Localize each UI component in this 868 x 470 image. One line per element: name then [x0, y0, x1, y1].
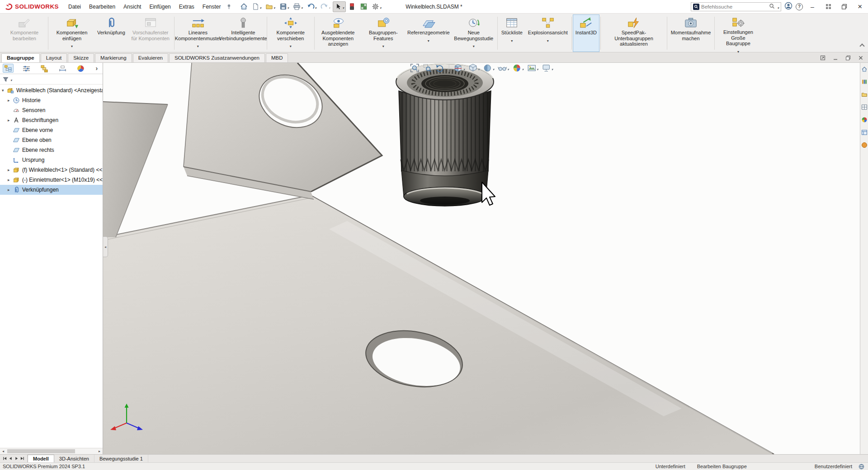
rebuild-button[interactable] — [346, 1, 358, 12]
view-orientation-button[interactable] — [468, 63, 480, 73]
chevron-down-icon[interactable] — [273, 3, 275, 11]
view-palette-icon[interactable] — [861, 104, 868, 112]
tab-propertymanager[interactable] — [21, 64, 32, 73]
scrollbar-track[interactable] — [6, 448, 96, 454]
tree-item-winkelblech-root[interactable]: Winkelblech (Standard) <Anzeigestatu — [0, 85, 103, 95]
apply-scene-button[interactable] — [527, 63, 538, 73]
ribbon-item-exploded-view[interactable]: Explosionsansicht — [525, 14, 571, 52]
menu-fenster[interactable]: Fenster — [198, 1, 225, 12]
design-library-icon[interactable] — [861, 79, 868, 87]
tab-featuremanager[interactable] — [3, 64, 14, 73]
appearances-scenes-icon[interactable] — [861, 117, 868, 125]
home-button[interactable] — [238, 1, 250, 12]
tree-horizontal-scrollbar[interactable] — [0, 448, 103, 454]
tab-3d-ansichten[interactable]: 3D-Ansichten — [54, 455, 94, 462]
ribbon-item-smart-fasteners[interactable]: Intelligente Verbindungselemente — [221, 14, 266, 52]
tab-zusatzanwendungen[interactable]: SOLIDWORKS Zusatzanwendungen — [169, 53, 265, 62]
doc-close-icon[interactable] — [858, 55, 863, 61]
chevron-down-icon[interactable] — [315, 3, 317, 11]
tab-modell[interactable]: Modell — [28, 455, 54, 462]
edit-appearance-button[interactable] — [512, 63, 524, 73]
chevron-down-icon[interactable] — [290, 41, 292, 49]
tab-bewegungsstudie-1[interactable]: Bewegungsstudie 1 — [94, 455, 148, 462]
doc-float-icon[interactable] — [820, 55, 826, 61]
file-explorer-icon[interactable] — [861, 91, 868, 99]
collapse-ribbon-icon[interactable] — [860, 43, 864, 47]
tab-dimxpertmanager[interactable] — [57, 64, 68, 73]
expand-arrow-icon[interactable] — [8, 98, 13, 103]
zoom-fit-button[interactable] — [410, 63, 420, 73]
redo-button[interactable] — [319, 1, 332, 12]
tree-item-einnietmutter[interactable]: (-) Einnietmutter<1> (M10x19) << — [0, 175, 103, 185]
tree-item-verknuepfungen[interactable]: Verknüpfungen — [0, 185, 103, 195]
tab-skizze[interactable]: Skizze — [68, 53, 94, 62]
chevron-down-icon[interactable] — [259, 3, 262, 11]
expand-arrow-icon[interactable] — [8, 168, 13, 172]
next-tab-icon[interactable] — [14, 456, 19, 461]
expand-arrow-icon[interactable] — [8, 188, 13, 192]
minimize-button[interactable] — [806, 1, 819, 12]
tree-item-winkelblech-part[interactable]: (f) Winkelblech<1> (Standard) << — [0, 165, 103, 175]
custom-properties-icon[interactable] — [861, 129, 868, 137]
view-settings-button[interactable] — [542, 63, 553, 73]
command-search[interactable] — [691, 2, 781, 11]
save-button[interactable] — [278, 1, 291, 12]
ribbon-item-instant3d[interactable]: Instant3D — [573, 14, 599, 52]
ribbon-item-reference-geometry[interactable]: Referenzgeometrie — [406, 14, 451, 52]
pin-menu-icon[interactable] — [226, 4, 232, 9]
chevron-down-icon[interactable] — [463, 64, 465, 72]
ribbon-item-preview-window[interactable]: Vorschaufenster für Komponenten — [128, 14, 173, 52]
status-globe-icon[interactable] — [859, 464, 864, 470]
expand-arrow-icon[interactable] — [8, 118, 13, 122]
tree-item-beschriftungen[interactable]: Beschriftungen — [0, 115, 103, 125]
chevron-down-icon[interactable] — [379, 3, 382, 11]
chevron-down-icon[interactable] — [287, 3, 289, 11]
graphics-area[interactable] — [103, 63, 860, 454]
resources-icon[interactable] — [861, 142, 868, 150]
previous-tab-icon[interactable] — [9, 456, 13, 461]
chevron-down-icon[interactable] — [197, 41, 199, 49]
chevron-down-icon[interactable] — [537, 64, 538, 72]
user-account-icon[interactable] — [784, 2, 793, 12]
menu-ansicht[interactable]: Ansicht — [119, 1, 145, 12]
chevron-down-icon[interactable] — [473, 41, 475, 49]
chevron-down-icon[interactable] — [493, 64, 495, 72]
undo-button[interactable] — [305, 1, 319, 12]
previous-view-button[interactable] — [435, 63, 445, 73]
ribbon-item-snapshot[interactable]: Momentaufnahme machen — [668, 14, 713, 52]
search-input[interactable] — [701, 4, 767, 9]
last-tab-icon[interactable] — [20, 456, 24, 461]
open-button[interactable] — [264, 1, 277, 12]
tab-displaymanager[interactable] — [75, 64, 86, 73]
chevron-down-icon[interactable] — [10, 75, 12, 83]
selection-filter-button[interactable] — [358, 1, 369, 12]
chevron-down-icon[interactable] — [552, 64, 553, 72]
close-button[interactable] — [854, 1, 866, 12]
chevron-down-icon[interactable] — [382, 41, 384, 49]
chevron-down-icon[interactable] — [522, 64, 524, 72]
chevron-down-icon[interactable] — [71, 41, 73, 49]
expand-arrow-icon[interactable] — [8, 178, 13, 182]
tree-item-ebene-rechts[interactable]: Ebene rechts — [0, 145, 103, 155]
menu-datei[interactable]: Datei — [64, 1, 85, 12]
select-button[interactable] — [333, 1, 346, 12]
panel-expand-icon[interactable] — [94, 66, 100, 71]
ribbon-item-assembly-features[interactable]: Baugruppen-Features — [361, 14, 406, 52]
doc-minimize-icon[interactable] — [833, 55, 838, 61]
expand-arrow-icon[interactable] — [2, 88, 7, 93]
tree-item-historie[interactable]: Historie — [0, 95, 103, 105]
tab-markierung[interactable]: Markierung — [95, 53, 132, 62]
scrollbar-thumb[interactable] — [7, 449, 75, 453]
print-button[interactable] — [291, 1, 305, 12]
scroll-right-button[interactable] — [96, 448, 103, 454]
options-button[interactable] — [370, 1, 383, 12]
display-style-button[interactable] — [483, 63, 495, 73]
ribbon-item-speedpak[interactable]: SpeedPak-Unterbaugruppen aktualisieren — [602, 14, 666, 52]
menu-einfuegen[interactable]: Einfügen — [145, 1, 175, 12]
tab-layout[interactable]: Layout — [41, 53, 67, 62]
menu-extras[interactable]: Extras — [175, 1, 198, 12]
rivet-nut-part[interactable] — [396, 64, 494, 206]
section-view-button[interactable] — [453, 63, 465, 73]
ribbon-item-bom[interactable]: Stückliste — [499, 14, 525, 52]
chevron-down-icon[interactable] — [507, 64, 509, 72]
